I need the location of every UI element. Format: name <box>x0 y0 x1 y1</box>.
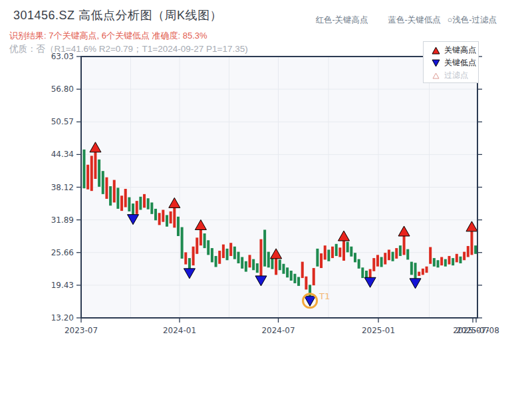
t1-label: T1 <box>319 291 330 301</box>
y-tick-label: 25.66 <box>51 248 74 257</box>
week-bar <box>222 245 225 259</box>
week-bar <box>452 258 454 265</box>
week-bar <box>211 248 213 262</box>
week-bar <box>241 257 243 269</box>
week-bar <box>263 230 266 267</box>
legend-label: 关键高点 <box>444 45 476 56</box>
week-bar <box>279 259 281 270</box>
week-bar <box>90 156 93 191</box>
week-bar <box>316 249 319 267</box>
week-bar <box>259 239 262 276</box>
week-bar <box>331 247 334 258</box>
chart-page: 301456.SZ 高低点分析图（周K线图） 红色-关键高点蓝色-关键低点○浅色… <box>0 0 532 399</box>
week-bar <box>98 160 100 187</box>
week-bar <box>256 263 259 273</box>
week-bar <box>372 258 375 271</box>
week-bar <box>166 215 168 226</box>
legend-item-key-low: 关键低点 <box>424 57 478 69</box>
week-bar <box>444 259 447 267</box>
week-bar <box>102 171 104 194</box>
week-bar <box>459 257 462 263</box>
week-bar <box>249 255 251 267</box>
x-tick-label: 2025-01 <box>362 326 395 335</box>
week-bar <box>301 262 304 278</box>
y-tick-label: 50.57 <box>51 117 74 126</box>
week-bar <box>414 263 417 279</box>
y-tick-label: 63.03 <box>51 52 74 61</box>
week-bar <box>147 198 150 209</box>
week-bar <box>181 227 184 259</box>
week-bar <box>376 255 379 266</box>
week-bar <box>437 260 440 267</box>
week-bar <box>275 259 277 275</box>
week-bar <box>139 197 142 210</box>
week-bar <box>403 236 406 255</box>
triangle-up-outline-icon <box>431 72 440 79</box>
week-bar <box>218 251 221 264</box>
week-bar <box>395 248 398 259</box>
week-bar <box>173 207 176 227</box>
week-bar <box>282 264 285 274</box>
week-bar <box>192 247 195 265</box>
week-bar <box>203 233 206 248</box>
week-bar <box>200 230 202 246</box>
week-bar <box>384 253 386 264</box>
week-bar <box>313 268 315 285</box>
week-bar <box>154 209 157 220</box>
week-bar <box>128 198 130 211</box>
week-bar <box>456 254 458 263</box>
week-bar <box>467 246 469 257</box>
week-bar <box>170 211 172 223</box>
week-bar <box>113 180 116 203</box>
y-tick-label: 31.89 <box>51 215 74 225</box>
week-bar <box>150 202 153 213</box>
week-bar <box>335 244 338 256</box>
week-bar <box>399 245 402 256</box>
y-tick-label: 38.12 <box>51 183 74 192</box>
week-bar <box>82 150 85 188</box>
week-bar <box>237 252 240 263</box>
week-bar <box>86 165 89 190</box>
week-bar <box>463 252 466 261</box>
week-bar <box>177 217 180 236</box>
week-bar <box>267 252 270 268</box>
week-bar <box>207 240 209 255</box>
legend-label: 过滤点 <box>444 70 468 81</box>
week-bar <box>474 245 477 254</box>
week-bar <box>94 152 96 179</box>
week-bar <box>358 259 360 269</box>
week-bar <box>158 213 161 225</box>
week-bar <box>297 277 300 285</box>
week-bar <box>116 188 119 209</box>
week-bar <box>233 247 236 259</box>
x-tick-label: 2024-07 <box>261 326 295 335</box>
week-bar <box>342 241 345 261</box>
week-bar <box>132 203 134 215</box>
week-bar <box>388 249 390 260</box>
chart-legend: 关键高点 关键低点 过滤点 <box>423 41 479 83</box>
week-bar <box>410 262 413 275</box>
x-tick-label: 2023-07 <box>65 326 98 335</box>
week-bar <box>429 247 432 264</box>
week-bar <box>327 249 330 261</box>
week-bar <box>215 256 217 267</box>
week-bar <box>350 247 352 257</box>
week-bar <box>226 249 229 260</box>
week-bar <box>109 186 112 205</box>
week-bar <box>320 253 323 268</box>
week-bar <box>105 178 108 199</box>
week-bar <box>124 189 127 207</box>
week-bar <box>143 194 146 208</box>
week-bar <box>422 269 424 275</box>
week-bar <box>120 196 123 211</box>
week-bar <box>184 252 187 264</box>
week-bar <box>354 253 356 262</box>
week-bar <box>346 242 349 253</box>
week-bar <box>448 256 450 265</box>
legend-label: 关键低点 <box>444 57 476 68</box>
week-bar <box>418 272 420 276</box>
week-bar <box>369 269 372 278</box>
week-bar <box>392 252 394 261</box>
y-tick-label: 44.34 <box>51 150 74 159</box>
week-bar <box>136 201 138 214</box>
